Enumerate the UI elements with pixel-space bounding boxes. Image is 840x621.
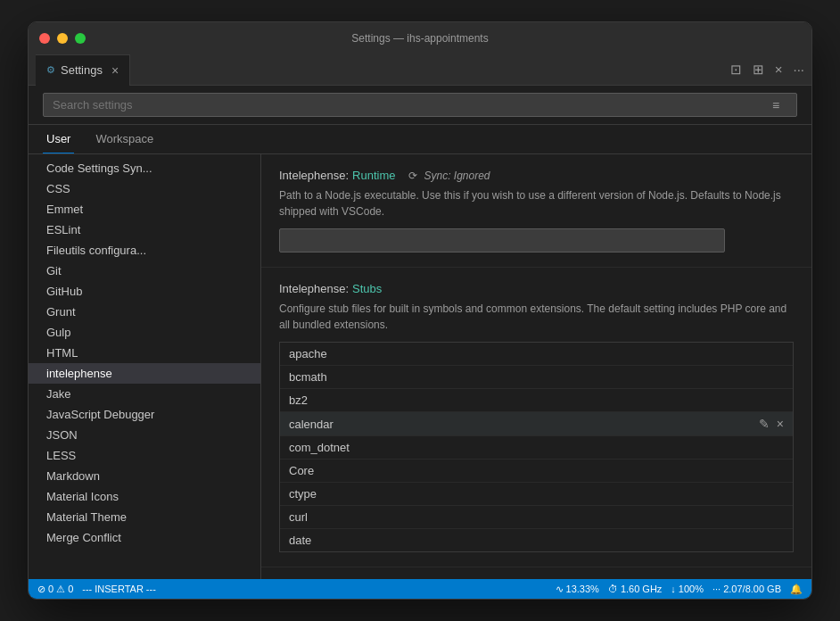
sidebar-item-code-settings[interactable]: Code Settings Syn... (29, 158, 260, 178)
list-item-actions: ✎ × (759, 417, 784, 431)
memory-status[interactable]: ··· 2.07/8.00 GB (712, 584, 781, 594)
cpu-usage: 13.33% (566, 584, 599, 594)
main-content: Code Settings Syn... CSS Emmet ESLint Fi… (29, 154, 811, 579)
stubs-setting: Intelephense: Stubs Configure stub files… (261, 268, 811, 567)
freq-icon: ⏱ (608, 584, 618, 594)
stubs-name: Stubs (352, 282, 382, 295)
sidebar-item-github[interactable]: GitHub (29, 281, 260, 302)
editor-mode: INSERTAR (95, 584, 144, 594)
tabbar: ⚙ Settings × ⊡ ⊞ × ··· (29, 54, 811, 86)
sidebar-item-jake[interactable]: Jake (29, 384, 260, 404)
list-item[interactable]: bz2 (280, 389, 793, 412)
freq-status[interactable]: ⏱ 1.60 GHz (608, 584, 662, 594)
window-title: Settings — ihs-appointments (351, 32, 488, 45)
sync-ignored-text: Sync: Ignored (424, 170, 490, 182)
tab-label: Settings (61, 63, 103, 77)
mode-separator2: --- (146, 584, 156, 594)
sidebar-item-html[interactable]: HTML (29, 343, 260, 363)
runtime-setting-title: Intelephense: Runtime ⟳ Sync: Ignored (279, 169, 794, 182)
sidebar-item-gulp[interactable]: Gulp (29, 322, 260, 343)
error-icon: ⊘ (37, 584, 45, 595)
sync-ignored-icon: ⟳ (408, 170, 417, 182)
cpu-status[interactable]: ∿ 13.33% (556, 584, 599, 595)
cpu-icon: ∿ (556, 584, 564, 595)
search-settings-icon[interactable]: ≡ (772, 98, 779, 112)
list-item[interactable]: apache (280, 343, 793, 366)
vscode-window: Settings — ihs-appointments ⚙ Settings ×… (28, 21, 812, 600)
runtime-prefix: Intelephense: (279, 169, 349, 182)
statusbar-right: ∿ 13.33% ⏱ 1.60 GHz ↓ 100% ··· 2.07/8.00… (556, 584, 803, 595)
sidebar-item-merge-conflict[interactable]: Merge Conflict (29, 527, 260, 548)
runtime-description: Path to a Node.js executable. Use this i… (279, 187, 794, 219)
traffic-lights (39, 33, 86, 44)
download-icon: ↓ (671, 584, 676, 594)
warning-count: 0 (68, 584, 73, 594)
list-item[interactable]: com_dotnet (280, 436, 793, 460)
stubs-setting-title: Intelephense: Stubs (279, 282, 794, 295)
runtime-input[interactable] (279, 228, 725, 253)
sidebar-item-markdown[interactable]: Markdown (29, 466, 260, 486)
tab-workspace[interactable]: Workspace (92, 125, 157, 153)
memory-separator: ··· (712, 584, 721, 594)
bell-status[interactable]: 🔔 (790, 584, 803, 595)
edit-icon[interactable]: ✎ (759, 417, 770, 431)
maximize-button[interactable] (75, 33, 86, 44)
runtime-setting: Intelephense: Runtime ⟳ Sync: Ignored Pa… (261, 154, 811, 268)
minimize-button[interactable] (57, 33, 68, 44)
download-status[interactable]: ↓ 100% (671, 584, 704, 594)
cpu-freq: 1.60 GHz (621, 584, 662, 594)
remove-icon[interactable]: × (777, 417, 784, 431)
sidebar-item-json[interactable]: JSON (29, 425, 260, 445)
download-val: 100% (679, 584, 704, 594)
more-actions-icon[interactable]: ··· (793, 62, 804, 78)
layout-icon[interactable]: ⊞ (753, 62, 764, 78)
tab-user[interactable]: User (43, 125, 74, 153)
errors-status[interactable]: ⊘ 0 ⚠ 0 (37, 584, 73, 595)
titlebar: Settings — ihs-appointments (29, 22, 811, 54)
bell-icon: 🔔 (790, 584, 803, 595)
settings-file-icon: ⚙ (46, 64, 55, 76)
search-input[interactable] (43, 93, 797, 117)
sidebar-item-css[interactable]: CSS (29, 178, 260, 199)
sidebar-item-js-debugger[interactable]: JavaScript Debugger (29, 404, 260, 425)
list-item[interactable]: ctype (280, 483, 793, 506)
memory-usage: 2.07/8.00 GB (723, 584, 781, 594)
sidebar-item-intelephense[interactable]: intelephense (29, 363, 260, 384)
mode-separator: --- (82, 584, 92, 594)
scope-tabs: User Workspace (29, 125, 811, 154)
error-count: 0 (48, 584, 54, 594)
settings-tab[interactable]: ⚙ Settings × (36, 54, 130, 86)
sidebar-item-grunt[interactable]: Grunt (29, 302, 260, 322)
stubs-prefix: Intelephense: (279, 282, 349, 295)
list-item[interactable]: date (280, 529, 793, 551)
sidebar-item-material-theme[interactable]: Material Theme (29, 507, 260, 527)
list-item-calendar[interactable]: calendar ✎ × (280, 412, 793, 436)
list-item[interactable]: curl (280, 506, 793, 529)
runtime-name: Runtime (352, 169, 395, 182)
sidebar-item-less[interactable]: LESS (29, 445, 260, 466)
sidebar-item-fileutils[interactable]: Fileutils configura... (29, 240, 260, 261)
split-editor-icon[interactable]: ⊡ (730, 62, 742, 78)
tabbar-actions: ⊡ ⊞ × ··· (730, 62, 804, 78)
settings-panel: Intelephense: Runtime ⟳ Sync: Ignored Pa… (260, 154, 811, 579)
warning-icon: ⚠ (56, 584, 65, 595)
sidebar-item-material-icons[interactable]: Material Icons (29, 486, 260, 507)
statusbar-left: ⊘ 0 ⚠ 0 --- INSERTAR --- (37, 584, 156, 595)
sidebar-item-emmet[interactable]: Emmet (29, 199, 260, 219)
mode-status: --- INSERTAR --- (82, 584, 156, 594)
list-item[interactable]: bcmath (280, 366, 793, 389)
statusbar: ⊘ 0 ⚠ 0 --- INSERTAR --- ∿ 13.33% ⏱ 1.60… (29, 579, 811, 599)
sidebar: Code Settings Syn... CSS Emmet ESLint Fi… (29, 154, 260, 579)
stubs-list: apache bcmath bz2 calendar ✎ × (279, 342, 794, 552)
close-button[interactable] (39, 33, 50, 44)
sidebar-item-git[interactable]: Git (29, 261, 260, 281)
tab-close-icon[interactable]: × (111, 63, 119, 78)
close-editor-icon[interactable]: × (775, 62, 783, 78)
searchbar: ≡ (29, 86, 811, 125)
stubs-description: Configure stub files for built in symbol… (279, 301, 794, 333)
sidebar-item-eslint[interactable]: ESLint (29, 219, 260, 240)
list-item[interactable]: Core (280, 460, 793, 483)
